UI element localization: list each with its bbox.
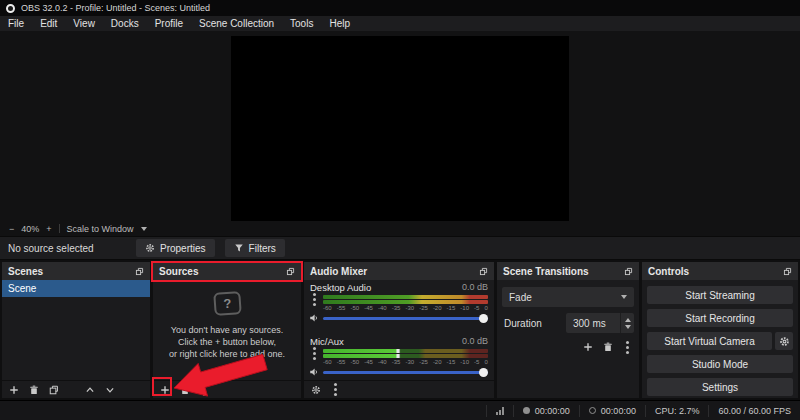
sources-empty-state: ? You don't have any sources. Click the … bbox=[153, 292, 301, 360]
volume-slider[interactable] bbox=[323, 371, 488, 374]
remove-transition-button trash-icon[interactable] bbox=[603, 342, 613, 352]
advanced-audio-button gear-icon[interactable] bbox=[311, 385, 321, 395]
transitions-toolbar bbox=[502, 338, 632, 356]
sources-dock: Sources ? You don't have any sources. Cl… bbox=[153, 262, 301, 398]
volume-slider-row bbox=[309, 313, 488, 323]
menu-edit[interactable]: Edit bbox=[32, 16, 65, 31]
add-source-button plus-icon[interactable] bbox=[160, 385, 170, 395]
empty-text-line-2: Click the + button below, bbox=[169, 336, 285, 348]
scenes-toolbar bbox=[2, 380, 150, 398]
scene-transitions-body: Fade Duration 300 ms bbox=[497, 280, 639, 398]
popout-icon[interactable] bbox=[624, 267, 633, 276]
menu-file[interactable]: File bbox=[0, 16, 32, 31]
question-mark-icon: ? bbox=[213, 291, 242, 316]
channel-header: Desktop Audio 0.0 dB bbox=[304, 282, 494, 293]
transition-options-button vertical-dots-icon[interactable] bbox=[626, 346, 629, 349]
start-streaming-button[interactable]: Start Streaming bbox=[647, 286, 793, 304]
scene-name: Scene bbox=[8, 283, 36, 294]
virtual-camera-config-button[interactable] bbox=[775, 332, 793, 350]
start-streaming-label: Start Streaming bbox=[685, 290, 754, 301]
controls-body: Start Streaming Start Recording Start Vi… bbox=[642, 280, 798, 398]
mute-button speaker-icon[interactable] bbox=[309, 367, 319, 377]
properties-button[interactable]: Properties bbox=[136, 239, 215, 257]
audio-mixer-header[interactable]: Audio Mixer bbox=[304, 262, 494, 280]
popout-icon[interactable] bbox=[479, 267, 488, 276]
scenes-dock-title: Scenes bbox=[8, 266, 43, 277]
obs-logo-icon bbox=[6, 4, 15, 13]
popout-icon[interactable] bbox=[135, 267, 144, 276]
scenes-dock-header[interactable]: Scenes bbox=[2, 262, 150, 280]
title-bar: OBS 32.0.2 - Profile: Untitled - Scenes:… bbox=[0, 0, 800, 16]
empty-text-line-1: You don't have any sources. bbox=[169, 324, 285, 336]
menu-bar: File Edit View Docks Profile Scene Colle… bbox=[0, 16, 800, 31]
menu-tools[interactable]: Tools bbox=[282, 16, 321, 31]
streaming-timecode: 00:00:00 bbox=[601, 406, 636, 416]
sources-empty-text: You don't have any sources. Click the + … bbox=[169, 324, 285, 360]
chevron-down-icon[interactable] bbox=[141, 227, 147, 231]
channel-header: Mic/Aux 0.0 dB bbox=[304, 336, 494, 347]
mixer-options-button vertical-dots-icon[interactable] bbox=[334, 388, 337, 391]
channel-db-value: 0.0 dB bbox=[462, 336, 488, 347]
mute-button speaker-icon[interactable] bbox=[309, 313, 319, 323]
scene-list-item[interactable]: Scene bbox=[2, 280, 150, 297]
add-transition-button plus-icon[interactable] bbox=[583, 342, 593, 352]
popout-icon[interactable] bbox=[783, 267, 792, 276]
empty-text-line-3: or right click here to add one. bbox=[169, 348, 285, 360]
recording-time-group: 00:00:00 bbox=[513, 405, 579, 417]
remove-scene-button trash-icon[interactable] bbox=[29, 385, 39, 395]
volume-slider-handle[interactable] bbox=[479, 368, 488, 377]
level-meter-bar-right bbox=[323, 354, 488, 358]
menu-help[interactable]: Help bbox=[321, 16, 358, 31]
level-meter-bar-left bbox=[323, 295, 488, 299]
sources-toolbar bbox=[153, 380, 301, 398]
duration-spinner[interactable]: 300 ms bbox=[566, 313, 634, 333]
filters-button[interactable]: Filters bbox=[225, 239, 285, 257]
settings-button[interactable]: Settings bbox=[647, 378, 793, 396]
controls-dock-header[interactable]: Controls bbox=[642, 262, 798, 280]
menu-docks[interactable]: Docks bbox=[103, 16, 147, 31]
menu-scene-collection[interactable]: Scene Collection bbox=[191, 16, 282, 31]
menu-view[interactable]: View bbox=[65, 16, 103, 31]
channel-menu-button vertical-dots-icon[interactable] bbox=[309, 298, 319, 301]
scale-mode-dropdown[interactable]: Scale to Window bbox=[67, 224, 134, 234]
no-source-selected-label: No source selected bbox=[8, 243, 126, 254]
preview-area[interactable] bbox=[0, 31, 800, 221]
recording-timecode: 00:00:00 bbox=[535, 406, 570, 416]
move-scene-down-button chevron-down-icon[interactable] bbox=[105, 385, 115, 395]
sources-dock-header[interactable]: Sources bbox=[153, 262, 301, 280]
fps-counter: 60.00 / 60.00 FPS bbox=[718, 406, 791, 416]
stream-circle-icon bbox=[589, 407, 596, 414]
spinner-arrows[interactable] bbox=[620, 313, 634, 333]
divider bbox=[59, 224, 60, 233]
audio-mixer-title: Audio Mixer bbox=[310, 266, 367, 277]
studio-mode-button[interactable]: Studio Mode bbox=[647, 355, 793, 373]
duplicate-scene-button copy-icon[interactable] bbox=[49, 385, 59, 395]
mixer-channel-desktop-audio: Desktop Audio 0.0 dB -60-55-50-45-40-35-… bbox=[304, 282, 494, 323]
spinner-up-icon[interactable] bbox=[625, 318, 631, 322]
add-scene-button plus-icon[interactable] bbox=[9, 385, 19, 395]
channel-menu-button vertical-dots-icon[interactable] bbox=[309, 352, 319, 355]
volume-slider[interactable] bbox=[323, 317, 488, 320]
zoom-out-button[interactable]: − bbox=[9, 224, 14, 234]
level-meter-row bbox=[309, 295, 488, 304]
stats-icon bbox=[496, 407, 504, 415]
start-virtual-camera-button[interactable]: Start Virtual Camera bbox=[647, 332, 772, 350]
source-options-button vertical-dots-icon[interactable] bbox=[203, 388, 206, 391]
level-meter bbox=[323, 349, 488, 358]
scene-transitions-header[interactable]: Scene Transitions bbox=[497, 262, 639, 280]
move-scene-up-button chevron-up-icon[interactable] bbox=[85, 385, 95, 395]
transition-select[interactable]: Fade bbox=[502, 287, 634, 307]
chevron-down-icon bbox=[621, 295, 627, 299]
start-recording-button[interactable]: Start Recording bbox=[647, 309, 793, 327]
preview-canvas[interactable] bbox=[231, 36, 569, 221]
volume-slider-handle[interactable] bbox=[479, 314, 488, 323]
stats-group bbox=[486, 405, 513, 417]
level-meter-row bbox=[309, 349, 488, 358]
popout-icon[interactable] bbox=[286, 267, 295, 276]
sources-dock-title: Sources bbox=[159, 266, 198, 277]
spinner-down-icon[interactable] bbox=[625, 325, 631, 329]
duration-row: Duration 300 ms bbox=[502, 313, 634, 333]
remove-source-button trash-icon[interactable] bbox=[180, 385, 190, 395]
zoom-in-button[interactable]: + bbox=[46, 224, 51, 234]
menu-profile[interactable]: Profile bbox=[147, 16, 191, 31]
